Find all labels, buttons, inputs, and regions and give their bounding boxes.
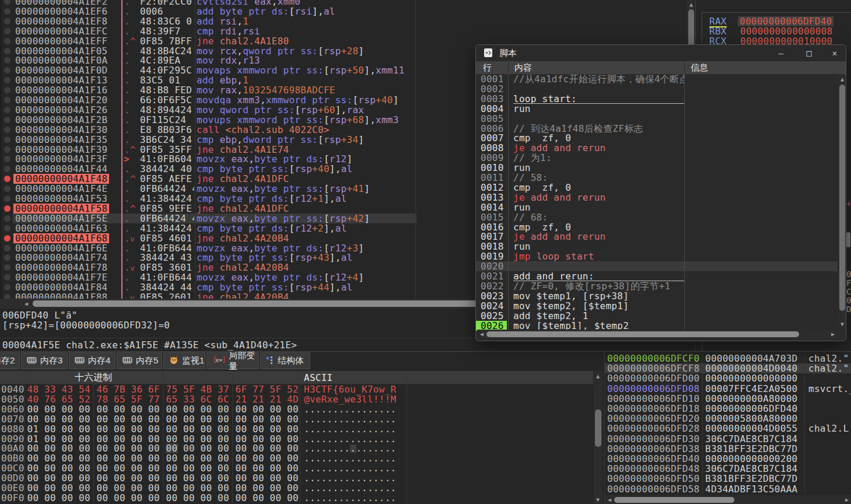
gutter-dot[interactable] <box>4 274 10 281</box>
dump-row[interactable]: 008001000000000000000000000000000000....… <box>0 424 593 434</box>
scroll-right-icon[interactable]: ▶ <box>843 496 851 504</box>
script-row[interactable]: 0012cmp _zf, 0 <box>476 183 838 192</box>
script-row[interactable]: 0016cmp _zf, 0 <box>476 222 838 232</box>
scroll-up-icon[interactable]: ▲ <box>594 372 602 380</box>
stack-row[interactable]: 00000000006DFD400000000000000200 <box>605 454 851 464</box>
maximize-button[interactable]: □ <box>803 47 815 59</box>
gutter-dot[interactable] <box>4 107 10 113</box>
scroll-left-icon[interactable]: ◀ <box>22 300 30 308</box>
gutter-dot[interactable] <box>4 8 10 15</box>
dump-row[interactable]: 009001000000000000000000000000000000....… <box>0 434 593 444</box>
gutter-dot[interactable] <box>4 117 10 123</box>
scroll-down-icon[interactable]: ▼ <box>594 496 602 504</box>
script-row[interactable]: 0024mov $temp2, [$temp1] <box>476 301 838 311</box>
gutter-dot[interactable] <box>4 67 10 74</box>
gutter-dot[interactable] <box>4 48 10 54</box>
script-row[interactable]: 0008je add_and_rerun <box>476 143 838 153</box>
script-row[interactable]: 0010run <box>476 163 838 173</box>
script-row[interactable]: 0001//从4a1dfc开始运行脚本，确保4个断点 <box>476 74 838 84</box>
register-value[interactable]: 0000000000000008 <box>740 26 832 36</box>
script-row[interactable]: 0022// ZF=0, 修改[rsp+38]的字节+1 <box>476 281 838 291</box>
stack-row[interactable]: 00000000006DFD38B381BFF3E2DBC77D <box>605 444 851 454</box>
stack-row[interactable]: 00000000006DFD2800000000004D0055chal2.L' <box>605 424 851 433</box>
scroll-up-icon[interactable]: ▲ <box>687 1 695 9</box>
dock-tab-结构体[interactable]: 结构体 <box>260 352 310 369</box>
stack-row[interactable]: 00000000006DFD000000000000000000 <box>605 373 851 383</box>
gutter-dot[interactable] <box>4 264 10 271</box>
dock-tab-内存2[interactable]: 内存2 <box>0 352 20 369</box>
stack-panel[interactable]: 00000000006DFCF000000000004A703Dchal2."0… <box>604 352 851 504</box>
gutter-dot[interactable] <box>4 156 10 162</box>
register-value[interactable]: 00000000006DFD40 <box>738 16 834 26</box>
stack-row[interactable]: 00000000006DFCF800000000004D0040chal2." <box>605 363 851 373</box>
gutter-dot[interactable] <box>4 87 10 93</box>
gutter-dot[interactable] <box>4 127 10 133</box>
dump-row[interactable]: 00D000000000000000000000000000000000....… <box>0 473 593 483</box>
gutter-dot[interactable] <box>4 18 10 24</box>
scroll-up-icon[interactable]: ▲ <box>838 75 846 83</box>
script-row[interactable]: 0019jmp loop_start <box>476 251 838 261</box>
gutter-dot[interactable] <box>4 97 10 103</box>
gutter-dot[interactable] <box>4 254 10 261</box>
breakpoint-dot[interactable] <box>4 205 10 212</box>
script-hscrollbar[interactable]: ◀ ▶ <box>477 330 838 339</box>
gutter-dot[interactable] <box>4 166 10 172</box>
stack-row[interactable]: 00000000006DFD48306C7DAE8CB7C184 <box>605 464 851 474</box>
register-row[interactable]: RAX00000000006DFD40 <box>696 16 851 26</box>
dump-row[interactable]: 006000000000000000000000000000000000....… <box>0 404 593 414</box>
disasm-row[interactable]: 00000000004A1EF8.48:83C6 0add rsi,1 <box>0 16 687 26</box>
scroll-left-icon[interactable]: ◀ <box>478 330 486 338</box>
script-row[interactable]: 0013je add_and_rerun <box>476 192 838 202</box>
dock-tab-内存5[interactable]: 内存5 <box>117 352 162 369</box>
scroll-thumb[interactable] <box>839 85 845 311</box>
dump-row[interactable]: 004048334354467B366F755F4B376F775F52H3CT… <box>0 384 593 394</box>
script-row[interactable]: 0023mov $temp1, [rsp+38] <box>476 291 838 301</box>
gutter-dot[interactable] <box>4 77 10 83</box>
dump-row[interactable]: 00C000000000000000000000000000000000....… <box>0 463 593 473</box>
breakpoint-dot[interactable] <box>4 176 10 182</box>
script-row[interactable]: 0005 <box>476 114 838 124</box>
gutter-dot[interactable] <box>4 294 10 299</box>
gutter-dot[interactable] <box>4 28 10 34</box>
stack-row[interactable]: 00000000006DFD0800007FFC4E2A0500msvcrt._ <box>605 384 851 394</box>
script-row[interactable]: 0021add_and_rerun: <box>476 271 838 281</box>
script-row[interactable]: 0014run <box>476 202 838 212</box>
gutter-dot[interactable] <box>4 284 10 290</box>
dump-row[interactable]: 00E000000000000000000000000000000000....… <box>0 483 593 493</box>
gutter-dot[interactable] <box>4 245 10 251</box>
gutter-dot[interactable] <box>4 38 10 44</box>
script-row[interactable]: 0011// 58: <box>476 173 838 183</box>
dump-vscrollbar[interactable]: ▲ ▼ <box>594 371 603 504</box>
script-row[interactable]: 0015// 68: <box>476 212 838 222</box>
stack-row[interactable]: 00000000006DFD100000000000A80000 <box>605 394 851 404</box>
stack-row[interactable]: 00000000006DFCF000000000004A703Dchal2." <box>605 354 851 363</box>
gutter-dot[interactable] <box>4 0 10 5</box>
script-vscrollbar[interactable]: ▲ ▼ <box>838 74 846 330</box>
script-row[interactable]: 0003loop_start: <box>476 94 838 104</box>
gutter-dot[interactable] <box>4 57 10 64</box>
script-dialog[interactable]: 脚本 — □ ✕ 行 内容 信息 0001//从4a1dfc开始运行脚本，确保4… <box>475 44 846 341</box>
script-row[interactable]: 0017je add_and_rerun <box>476 232 838 242</box>
gutter-dot[interactable] <box>4 186 10 192</box>
register-row[interactable]: RBX0000000000000008 <box>696 26 851 36</box>
close-button[interactable]: ✕ <box>828 47 841 59</box>
dock-tab-内存4[interactable]: 内存4 <box>69 352 115 369</box>
scroll-right-icon[interactable]: ▶ <box>829 330 837 338</box>
scroll-down-icon[interactable]: ▼ <box>838 320 846 328</box>
breakpoint-dot[interactable] <box>4 235 10 242</box>
dump-row[interactable]: 00B000000000000000000000000000000000....… <box>0 453 593 463</box>
stack-hscrollbar[interactable]: ◀ ▶ <box>605 495 851 504</box>
dock-tab-局部变量[interactable]: [x=]局部变量 <box>206 352 259 369</box>
dump-row[interactable]: 00F000000000000000000000000000000000....… <box>0 493 593 503</box>
gutter-dot[interactable] <box>4 195 10 202</box>
dump-row[interactable]: 007000000000000000000000000000000000....… <box>0 414 593 424</box>
script-row[interactable]: 0025add $temp2, 1 <box>476 311 838 321</box>
dump-row[interactable]: 00504076655278655F7765336C6C2121214D@veR… <box>0 394 593 404</box>
gutter-dot[interactable] <box>4 146 10 153</box>
gutter-dot[interactable] <box>4 136 10 143</box>
scroll-thumb[interactable] <box>614 497 734 503</box>
stack-row[interactable]: 00000000006DFD584D34ADBF13C50AAA <box>605 484 851 494</box>
scroll-thumb[interactable] <box>486 331 799 337</box>
script-row[interactable]: 0007cmp _zf, 0 <box>476 133 838 143</box>
scroll-left-icon[interactable]: ◀ <box>605 496 614 504</box>
